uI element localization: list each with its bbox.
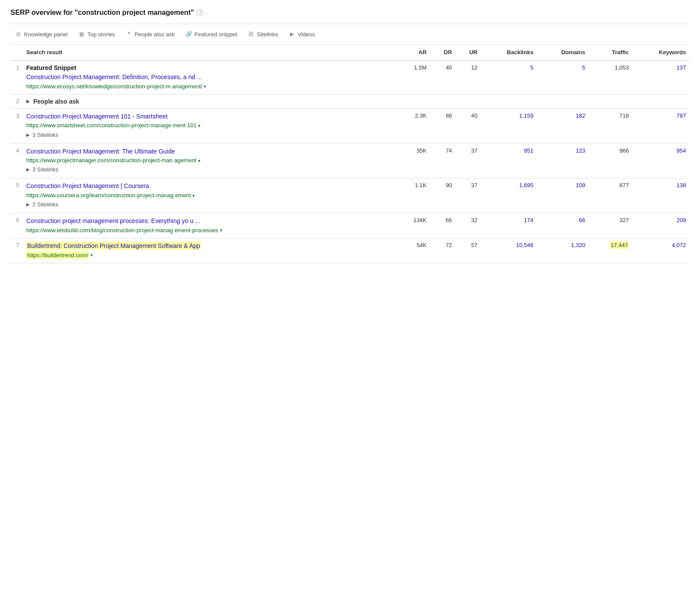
dr-value: 66 — [430, 213, 455, 238]
keywords-value[interactable]: 137 — [632, 60, 690, 94]
domains-value[interactable]: 123 — [537, 143, 588, 178]
result-cell: Construction Project Management: The Ult… — [23, 143, 396, 178]
result-title-link[interactable]: Buildertrend: Construction Project Manag… — [26, 242, 393, 251]
row-number: 3 — [10, 108, 23, 143]
dr-value: 88 — [430, 108, 455, 143]
ar-value: 2.3K — [396, 108, 430, 143]
row-number: 4 — [10, 143, 23, 178]
tab-sitelinks[interactable]: ⛓ Sitelinks — [243, 28, 282, 40]
help-icon[interactable]: ? — [196, 9, 203, 16]
traffic-highlight: 17,447 — [610, 241, 629, 249]
url-dropdown-arrow[interactable]: ▾ — [192, 193, 195, 198]
featured-snippet-label: Featured Snippet — [26, 64, 393, 71]
col-header-keywords: Keywords — [632, 45, 690, 60]
domains-value[interactable]: 66 — [537, 213, 588, 238]
result-url-link[interactable]: https://www.ecosys.net/knowledge/constru… — [26, 83, 202, 91]
result-cell: Construction Project Management | Course… — [23, 178, 396, 213]
traffic-value: 17,447 — [589, 238, 633, 263]
col-header-domains: Domains — [537, 45, 588, 60]
result-url-link[interactable]: https://buildertrend.com/ — [26, 251, 89, 259]
keywords-value[interactable]: 209 — [632, 213, 690, 238]
sitelinks-row[interactable]: ▶ 2 Sitelinks — [26, 199, 393, 209]
sitelinks-expand-icon[interactable]: ▶ — [26, 167, 30, 172]
backlinks-value[interactable]: 174 — [481, 213, 537, 238]
ar-value: 35K — [396, 143, 430, 178]
result-title-link[interactable]: Construction Project Management 101 - Sm… — [26, 112, 393, 121]
sitelinks-label: 3 Sitelinks — [32, 132, 58, 138]
result-cell: Featured Snippet Construction Project Ma… — [23, 60, 396, 94]
result-url-link[interactable]: https://www.letsbuild.com/blog/construct… — [26, 227, 218, 234]
keywords-value[interactable]: 4,072 — [632, 238, 690, 263]
result-title-link[interactable]: Construction project management processe… — [26, 217, 393, 226]
ar-value: 1.5M — [396, 60, 430, 94]
table-row-people-ask: 2 ▶ People also ask — [10, 94, 690, 108]
col-header-result: Search result — [23, 45, 396, 60]
col-header-backlinks: Backlinks — [481, 45, 537, 60]
result-title-link[interactable]: Construction Project Management: Definit… — [26, 73, 393, 82]
sitelinks-label: 3 Sitelinks — [32, 166, 58, 173]
sitelinks-expand-icon[interactable]: ▶ — [26, 202, 30, 207]
domains-value[interactable]: 182 — [537, 108, 588, 143]
traffic-value: 877 — [589, 178, 633, 213]
feature-tabs: ⊞ Knowledge panel ▦ Top stories ❝ People… — [10, 24, 690, 45]
table-row: 4 Construction Project Management: The U… — [10, 143, 690, 178]
people-also-ask-row[interactable]: ▶ People also ask — [26, 98, 686, 105]
result-title-link[interactable]: Construction Project Management | Course… — [26, 182, 393, 191]
keywords-value[interactable]: 954 — [632, 143, 690, 178]
backlinks-value[interactable]: 1,159 — [481, 108, 537, 143]
domains-value[interactable]: 109 — [537, 178, 588, 213]
traffic-value: 966 — [589, 143, 633, 178]
serp-table: Search result AR DR UR Backlinks Domains… — [10, 45, 690, 263]
backlinks-value[interactable]: 1,695 — [481, 178, 537, 213]
keywords-value[interactable]: 138 — [632, 178, 690, 213]
url-highlight: https://buildertrend.com/ — [26, 251, 89, 259]
ar-value: 134K — [396, 213, 430, 238]
traffic-value: 1,053 — [589, 60, 633, 94]
sitelinks-row[interactable]: ▶ 3 Sitelinks — [26, 130, 393, 140]
sitelinks-label: 2 Sitelinks — [32, 201, 58, 208]
url-dropdown-arrow[interactable]: ▾ — [204, 84, 206, 89]
row-number: 5 — [10, 178, 23, 213]
col-header-traffic: Traffic — [589, 45, 633, 60]
col-header-ar: AR — [396, 45, 430, 60]
ar-value: 54K — [396, 238, 430, 263]
url-dropdown-arrow[interactable]: ▾ — [198, 123, 200, 128]
tab-knowledge-panel[interactable]: ⊞ Knowledge panel — [10, 28, 72, 40]
tab-top-stories-label: Top stories — [88, 31, 115, 38]
row-number: 6 — [10, 213, 23, 238]
result-url-link[interactable]: https://www.smartsheet.com/construction-… — [26, 122, 196, 129]
sitelinks-expand-icon[interactable]: ▶ — [26, 133, 30, 137]
col-header-num — [10, 45, 23, 60]
result-url-link[interactable]: https://www.coursera.org/learn/construct… — [26, 192, 191, 199]
dr-value: 90 — [430, 178, 455, 213]
dr-value: 72 — [430, 238, 455, 263]
link-icon: 🔗 — [185, 31, 192, 38]
url-dropdown-arrow[interactable]: ▾ — [91, 253, 93, 258]
url-dropdown-arrow[interactable]: ▾ — [220, 228, 222, 233]
backlinks-value[interactable]: 951 — [481, 143, 537, 178]
expand-arrow-icon[interactable]: ▶ — [26, 99, 30, 104]
domains-value[interactable]: 5 — [537, 60, 588, 94]
backlinks-value[interactable]: 10,546 — [481, 238, 537, 263]
tab-sitelinks-label: Sitelinks — [257, 31, 278, 38]
table-row: 6 Construction project management proces… — [10, 213, 690, 238]
domains-value[interactable]: 1,320 — [537, 238, 588, 263]
tab-featured-snippet[interactable]: 🔗 Featured snippet — [181, 28, 242, 40]
dr-value: 74 — [430, 143, 455, 178]
col-header-ur: UR — [455, 45, 481, 60]
result-url-link[interactable]: https://www.projectmanager.com/construct… — [26, 157, 196, 164]
tab-top-stories[interactable]: ▦ Top stories — [74, 28, 119, 40]
news-icon: ▦ — [78, 31, 85, 38]
table-row: 3 Construction Project Management 101 - … — [10, 108, 690, 143]
tab-people-also-ask[interactable]: ❝ People also ask — [121, 28, 179, 40]
sitelinks-row[interactable]: ▶ 3 Sitelinks — [26, 164, 393, 174]
url-dropdown-arrow[interactable]: ▾ — [198, 158, 200, 163]
dr-value: 40 — [430, 60, 455, 94]
grid-icon: ⊞ — [15, 31, 22, 38]
backlinks-value[interactable]: 5 — [481, 60, 537, 94]
keywords-value[interactable]: 787 — [632, 108, 690, 143]
tab-videos[interactable]: ▶ Videos — [284, 28, 319, 40]
result-title-link[interactable]: Construction Project Management: The Ult… — [26, 147, 393, 156]
ur-value: 57 — [455, 238, 481, 263]
people-also-ask-cell: ▶ People also ask — [23, 94, 690, 108]
